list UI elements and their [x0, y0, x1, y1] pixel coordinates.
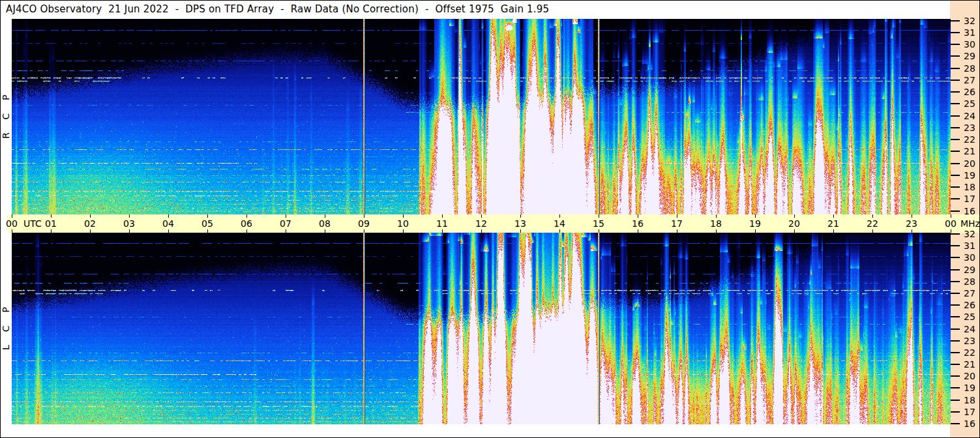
- frequency-tick-label: 30: [964, 39, 975, 50]
- frequency-tick-dash: [951, 257, 960, 258]
- frequency-tick-dash: [951, 139, 960, 140]
- frequency-tick-dash: [951, 375, 960, 377]
- hour-tick-bottom: [51, 229, 52, 233]
- hour-label: 15: [593, 218, 604, 229]
- hour-tick-bottom: [951, 229, 951, 233]
- hour-label: 21: [827, 218, 839, 229]
- hour-tick-bottom: [599, 229, 599, 233]
- title-bar: AJ4CO Observatory 21 Jun 2022 - DPS on T…: [6, 3, 549, 18]
- frequency-tick-dash: [951, 328, 960, 330]
- hour-tick-bottom: [12, 229, 12, 233]
- hour-tick-top: [325, 214, 325, 218]
- frequency-tick-label: 25: [964, 312, 975, 322]
- hour-tick-top: [442, 214, 443, 218]
- frequency-tick-label: 31: [964, 27, 975, 38]
- frequency-tick-label: 17: [964, 407, 975, 417]
- hour-label: 07: [280, 218, 291, 229]
- frequency-tick-dash: [951, 340, 960, 342]
- hour-tick-bottom: [755, 229, 756, 233]
- hour-label: 01: [45, 218, 57, 229]
- hour-tick-top: [716, 214, 717, 218]
- frequency-tick-label: 31: [964, 241, 975, 251]
- frequency-tick-dash: [951, 364, 960, 365]
- frequency-tick-dash: [951, 233, 960, 235]
- frequency-tick-dash: [951, 269, 960, 270]
- frequency-tick-dash: [951, 91, 960, 93]
- hour-label: 10: [397, 218, 409, 229]
- hour-label: 09: [358, 218, 370, 229]
- frequency-tick-dash: [951, 352, 960, 353]
- spectrogram-rcp-panel: [12, 19, 951, 214]
- hour-label: 17: [671, 218, 683, 229]
- frequency-tick-dash: [951, 423, 960, 424]
- hour-label: 04: [162, 218, 174, 229]
- frequency-tick-dash: [951, 245, 960, 246]
- spectrogram-lcp-panel: [12, 233, 951, 424]
- frequency-tick-label: 19: [964, 383, 975, 393]
- frequency-tick-label: 28: [964, 276, 975, 287]
- hour-tick-top: [912, 214, 912, 218]
- frequency-tick-dash: [951, 151, 960, 152]
- hour-tick-top: [755, 214, 756, 218]
- frequency-tick-label: 18: [964, 182, 975, 192]
- frequency-tick-dash: [951, 68, 960, 69]
- hour-tick-bottom: [129, 229, 130, 233]
- mhz-axis-label: MHz: [960, 218, 980, 229]
- hour-tick-top: [168, 214, 169, 218]
- hour-tick-top: [12, 214, 12, 218]
- frequency-tick-dash: [951, 127, 960, 128]
- frequency-tick-label: 24: [964, 324, 975, 334]
- frequency-tick-dash: [951, 316, 960, 317]
- hour-tick-top: [677, 214, 677, 218]
- frequency-tick-dash: [951, 175, 960, 176]
- frequency-tick-dash: [951, 411, 960, 413]
- frequency-tick-label: 29: [964, 265, 975, 275]
- hour-tick-bottom: [364, 229, 364, 233]
- frequency-tick-dash: [951, 304, 960, 306]
- frequency-tick-dash: [951, 80, 960, 81]
- hour-label: 06: [241, 218, 252, 229]
- frequency-tick-label: 25: [964, 98, 975, 109]
- hour-label: 13: [514, 218, 526, 229]
- hour-tick-bottom: [794, 229, 795, 233]
- hour-label: 16: [632, 218, 644, 229]
- hour-label: 22: [867, 218, 878, 229]
- frequency-tick-label: 20: [964, 158, 975, 169]
- hour-label: 02: [84, 218, 96, 229]
- frequency-tick-dash: [951, 115, 960, 117]
- hour-tick-bottom: [833, 229, 834, 233]
- hour-tick-bottom: [325, 229, 325, 233]
- hour-tick-top: [559, 214, 560, 218]
- frequency-tick-label: 30: [964, 252, 975, 263]
- hour-tick-bottom: [559, 229, 560, 233]
- hour-tick-bottom: [286, 229, 286, 233]
- hour-tick-top: [481, 214, 482, 218]
- frequency-tick-dash: [951, 198, 960, 199]
- frequency-tick-label: 18: [964, 395, 975, 405]
- frequency-tick-label: 16: [964, 206, 975, 216]
- hour-tick-top: [638, 214, 638, 218]
- hour-tick-top: [364, 214, 364, 218]
- frequency-tick-dash: [951, 186, 960, 188]
- hour-tick-bottom: [207, 229, 208, 233]
- frequency-tick-label: 23: [964, 336, 975, 346]
- frequency-tick-dash: [951, 400, 960, 401]
- hour-label: 00: [945, 218, 957, 229]
- frequency-tick-label: 16: [964, 418, 975, 429]
- frequency-tick-label: 27: [964, 288, 975, 299]
- frequency-tick-dash: [951, 163, 960, 164]
- hour-tick-bottom: [638, 229, 638, 233]
- hour-tick-bottom: [442, 229, 443, 233]
- hour-tick-bottom: [520, 229, 521, 233]
- hour-tick-bottom: [90, 229, 91, 233]
- hour-label: 03: [123, 218, 135, 229]
- frequency-tick-dash: [951, 44, 960, 45]
- hour-label: 08: [319, 218, 331, 229]
- hour-tick-top: [951, 214, 951, 218]
- hour-tick-top: [207, 214, 208, 218]
- hour-tick-bottom: [912, 229, 912, 233]
- utc-axis-label: UTC: [23, 218, 42, 229]
- hour-tick-bottom: [872, 229, 873, 233]
- frequency-tick-label: 20: [964, 371, 975, 381]
- hour-tick-top: [872, 214, 873, 218]
